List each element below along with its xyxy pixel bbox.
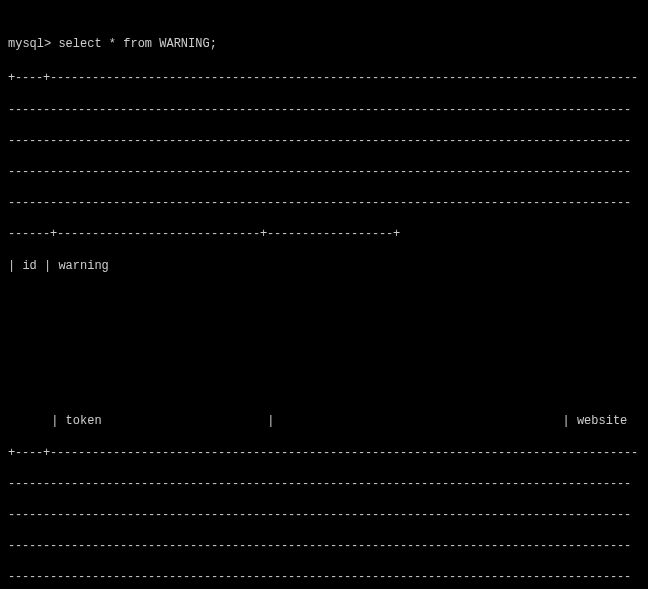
- separator: ----------------------------------------…: [8, 134, 640, 150]
- separator: +----+----------------------------------…: [8, 71, 640, 87]
- column-header-spacer: [8, 321, 640, 337]
- terminal-output: mysql> select * from WARNING; +----+----…: [0, 0, 648, 589]
- separator: +----+----------------------------------…: [8, 446, 640, 462]
- column-header-spacer: [8, 290, 640, 306]
- separator: ----------------------------------------…: [8, 570, 640, 586]
- column-header-row2: | token | | website: [8, 414, 640, 430]
- separator: ----------------------------------------…: [8, 103, 640, 119]
- column-header-spacer: [8, 383, 640, 399]
- prompt: mysql>: [8, 37, 58, 51]
- separator: ----------------------------------------…: [8, 196, 640, 212]
- column-header-row: | id | warning: [8, 259, 640, 275]
- separator: ----------------------------------------…: [8, 477, 640, 493]
- separator: ----------------------------------------…: [8, 508, 640, 524]
- separator: ----------------------------------------…: [8, 539, 640, 555]
- separator: ----------------------------------------…: [8, 165, 640, 181]
- column-header-spacer: [8, 352, 640, 368]
- separator: ------+-----------------------------+---…: [8, 227, 640, 243]
- query-line: mysql> select * from WARNING;: [8, 37, 217, 51]
- sql-query: select * from WARNING;: [58, 37, 216, 51]
